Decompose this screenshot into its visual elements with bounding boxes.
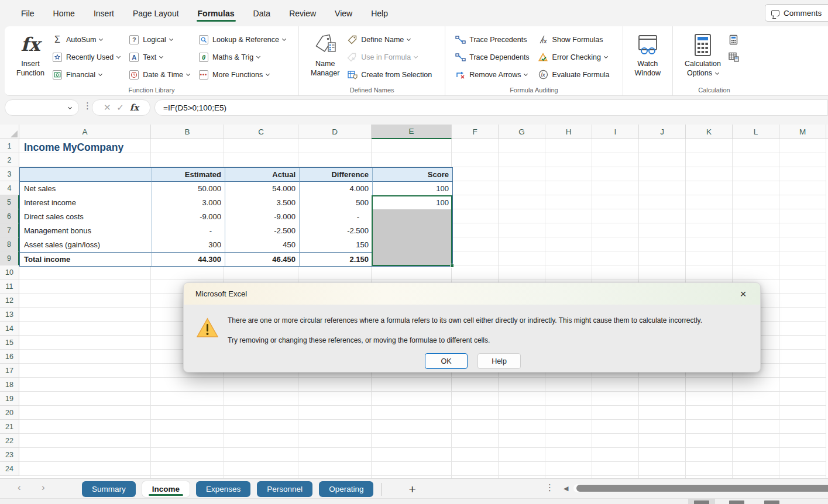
insert-function-button[interactable]: fxInsertFunction [16, 31, 44, 78]
menu-tab-insert[interactable]: Insert [87, 3, 121, 24]
table-cell[interactable]: 46.450 [225, 252, 299, 266]
error-checking-button[interactable]: Error Checking [538, 50, 610, 64]
row-header-2[interactable]: 2 [0, 153, 19, 167]
close-icon[interactable]: × [736, 287, 751, 301]
use-in-formula-button[interactable]: fxUse in Formula [346, 50, 432, 64]
row-header-9[interactable]: 9 [0, 251, 19, 265]
table-cell[interactable]: Interest income [20, 196, 152, 210]
table-header-cell[interactable]: Score [372, 168, 452, 182]
table-cell[interactable]: 54.000 [225, 182, 299, 196]
table-cell[interactable]: - [299, 210, 372, 224]
row-header-22[interactable]: 22 [0, 434, 19, 448]
sheet-tab-income[interactable]: Income [142, 481, 190, 497]
row-header-3[interactable]: 3 [0, 167, 19, 181]
menu-tab-page-layout[interactable]: Page Layout [126, 3, 186, 24]
comments-button[interactable]: Comments [765, 4, 828, 22]
calculation-options-button[interactable]: CalculationOptions [685, 31, 721, 78]
menu-tab-data[interactable]: Data [246, 3, 278, 24]
row-header-16[interactable]: 16 [0, 350, 19, 364]
column-header-d[interactable]: D [298, 125, 372, 139]
lookup-reference-button[interactable]: Lookup & Reference [198, 32, 286, 47]
menu-tab-formulas[interactable]: Formulas [191, 3, 242, 24]
row-header-8[interactable]: 8 [0, 237, 19, 251]
table-cell[interactable]: 4.000 [299, 182, 372, 196]
row-header-6[interactable]: 6 [0, 209, 19, 223]
autosum-button[interactable]: ΣAutoSum [51, 32, 120, 47]
view-page-break-icon[interactable] [764, 500, 779, 504]
column-header-h[interactable]: H [545, 125, 592, 139]
menu-tab-file[interactable]: File [14, 3, 42, 24]
table-cell[interactable]: Asset sales (gain/loss) [20, 238, 152, 252]
row-header-20[interactable]: 20 [0, 406, 19, 420]
row-header-7[interactable]: 7 [0, 223, 19, 237]
logical-button[interactable]: ?Logical [128, 32, 190, 47]
remove-arrows-button[interactable]: Remove Arrows [455, 67, 529, 82]
name-box[interactable] [5, 99, 79, 116]
row-header-5[interactable]: 5 [0, 195, 19, 209]
confirm-entry-icon[interactable]: ✓ [116, 102, 124, 113]
table-header-cell[interactable] [20, 168, 152, 182]
table-cell[interactable]: 44.300 [152, 252, 225, 266]
trace-precedents-button[interactable]: Trace Precedents [455, 32, 529, 47]
row-header-1[interactable]: 1 [0, 139, 19, 153]
table-header-cell[interactable]: Difference [299, 168, 372, 182]
table-cell[interactable]: 300 [152, 238, 225, 252]
table-cell[interactable]: -9.000 [152, 210, 225, 224]
table-cell[interactable]: 150 [299, 238, 372, 252]
sheet-tab-expenses[interactable]: Expenses [196, 481, 250, 497]
row-header-10[interactable]: 10 [0, 265, 19, 279]
column-header-b[interactable]: B [151, 125, 224, 139]
sheet-tab-operating[interactable]: Operating [319, 481, 373, 497]
table-cell[interactable]: 50.000 [152, 182, 225, 196]
column-header-l[interactable]: L [733, 125, 779, 139]
row-header-4[interactable]: 4 [0, 181, 19, 195]
menu-tab-home[interactable]: Home [46, 3, 82, 24]
row-header-13[interactable]: 13 [0, 308, 19, 322]
tab-scroll-left-icon[interactable]: ‹ [18, 482, 21, 493]
menu-tab-review[interactable]: Review [282, 3, 323, 24]
table-cell[interactable]: 450 [225, 238, 299, 252]
table-cell[interactable]: Management bonus [20, 224, 152, 238]
table-cell[interactable]: -2.500 [299, 224, 372, 238]
table-cell[interactable]: Direct sales costs [20, 210, 152, 224]
name-manager-button[interactable]: NameManager [311, 31, 339, 78]
sheet-tab-summary[interactable]: Summary [82, 481, 136, 497]
more-functions-button[interactable]: •••More Functions [198, 67, 286, 82]
insert-function-icon[interactable]: fx [130, 102, 139, 113]
formula-bar-options-icon[interactable]: ⋮ [83, 101, 92, 111]
row-header-24[interactable]: 24 [0, 462, 19, 476]
row-header-18[interactable]: 18 [0, 378, 19, 392]
table-cell[interactable]: - [152, 224, 225, 238]
evaluate-formula-button[interactable]: fxEvaluate Formula [538, 67, 610, 82]
row-header-12[interactable]: 12 [0, 294, 19, 308]
row-header-14[interactable]: 14 [0, 322, 19, 336]
table-header-cell[interactable]: Estimated [152, 168, 225, 182]
help-button[interactable]: Help [477, 353, 521, 369]
table-cell[interactable]: Net sales [20, 182, 152, 196]
trace-dependents-button[interactable]: Trace Dependents [455, 50, 529, 64]
hscroll-left-arrow-icon[interactable]: ◀ [564, 485, 568, 492]
watch-window-button[interactable]: WatchWindow [635, 31, 661, 78]
table-cell[interactable]: -9.000 [225, 210, 299, 224]
calculate-sheet-button[interactable] [728, 50, 743, 64]
menu-tab-help[interactable]: Help [364, 3, 395, 24]
row-header-15[interactable]: 15 [0, 336, 19, 350]
financial-button[interactable]: Financial [51, 67, 120, 82]
maths-trig-button[interactable]: θMaths & Trig [198, 50, 286, 64]
view-normal-icon[interactable] [694, 500, 709, 504]
column-header-j[interactable]: J [639, 125, 686, 139]
table-header-cell[interactable]: Actual [225, 168, 299, 182]
sheet-tab-personnel[interactable]: Personnel [257, 481, 312, 497]
define-name-button[interactable]: Define Name [346, 32, 432, 47]
column-header-c[interactable]: C [224, 125, 298, 139]
horizontal-scrollbar-thumb[interactable] [576, 485, 828, 492]
menu-tab-view[interactable]: View [328, 3, 359, 24]
table-cell[interactable]: 100 [372, 182, 452, 196]
date-time-button[interactable]: Date & Time [128, 67, 190, 82]
table-cell[interactable]: 500 [299, 196, 372, 210]
horizontal-scrollbar[interactable] [573, 484, 828, 492]
column-header-i[interactable]: I [592, 125, 639, 139]
tab-bar-menu-icon[interactable]: ⋮ [545, 482, 554, 493]
fill-handle[interactable] [450, 264, 454, 268]
selection-e5-e9[interactable] [372, 195, 452, 266]
